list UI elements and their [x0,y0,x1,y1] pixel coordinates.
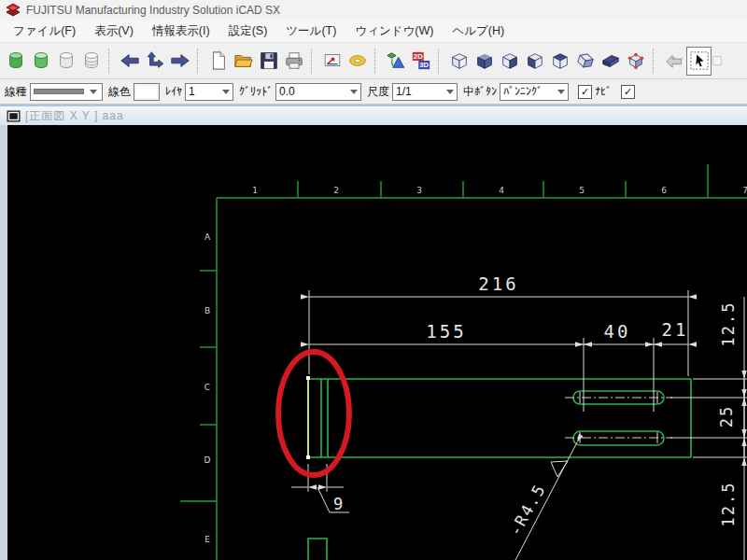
dim-bottom-right: 12.5 [719,482,738,527]
forward-button[interactable] [167,47,192,76]
dim-total-width: 216 [478,273,518,294]
cube-right-face-button[interactable] [497,47,522,76]
ruler-col-3: 3 [416,186,422,195]
clipped-checkbox[interactable]: ✓ [621,85,635,99]
document-tab-title: [正面図 X Y ] aaa [25,108,124,124]
cad-drawing[interactable]: 1 2 3 4 5 6 7 A B C D E [7,125,747,560]
printer-icon [284,50,304,71]
attribute-toolbar: 線種 線色 ﾚｲﾔ 1 ｸﾞﾘｯﾄﾞ 0.0 尺度 1/1 中ﾎﾞﾀﾝ ﾊﾟﾝﾆ… [0,79,747,105]
window-title: FUJITSU Manufacturing Industry Solution … [26,4,280,17]
ruler-col-5: 5 [579,186,585,195]
menu-bar: ファイル(F) 表示(V) 情報表示(I) 設定(S) ツール(T) ウィンドウ… [0,21,747,42]
document-tab-bar[interactable]: [正面図 X Y ] aaa [0,105,747,125]
left-arrow-icon [120,50,140,71]
ruler-col-1: 1 [252,186,258,195]
cube-top-face-button[interactable] [547,47,572,76]
scale-select[interactable]: 1/1 [392,83,458,101]
toolbar-separator [197,49,202,74]
navi-checkbox[interactable]: ✓ ﾅﾋﾞ [578,85,612,99]
cube-wireframe-icon [449,50,470,71]
window-titlebar: FUJITSU Manufacturing Industry Solution … [0,0,747,21]
new-file-icon [208,50,229,71]
cube-solid-button[interactable] [472,47,497,76]
middle-button-label: 中ﾎﾞﾀﾝ [463,84,497,100]
dim-top-right: 12.5 [719,301,738,347]
save-floppy-icon [259,50,279,71]
line-type-label: 線種 [5,84,27,100]
db-green-button[interactable] [3,47,28,76]
chevron-down-icon [90,90,97,94]
menu-help[interactable]: ヘルプ(H) [443,21,514,42]
plot-preview-button[interactable] [319,47,345,76]
extrude-button[interactable] [661,47,686,76]
mass-properties-button[interactable] [345,47,370,76]
main-toolbar: 2D 3D [0,42,747,79]
scale-label: 尺度 [367,84,389,100]
open-button[interactable] [231,47,256,76]
middle-button-select[interactable]: ﾊﾟﾝﾆﾝｸﾞ [500,83,569,101]
layer-label: ﾚｲﾔ [165,85,182,98]
menu-view[interactable]: 表示(V) [85,21,143,42]
menu-file[interactable]: ファイル(F) [4,21,85,42]
dimensions: 216 155 40 21 12.5 25 [291,273,747,560]
chevron-down-icon [446,90,454,94]
cube-solid-icon [474,50,495,71]
toggle-2d3d-button[interactable]: 2D 3D [408,47,433,76]
drawing-viewport[interactable]: 1 2 3 4 5 6 7 A B C D E [7,125,747,560]
new-file-button[interactable] [205,47,231,76]
badge-2d3d-icon: 2D 3D [411,50,431,71]
pan-button[interactable] [142,47,167,76]
selected-edge-highlight [306,376,310,459]
drawing-frame: 1 2 3 4 5 6 7 A B C D E [180,164,747,560]
print-button[interactable] [281,47,306,76]
menu-info-display[interactable]: 情報表示(I) [143,21,219,42]
dim-edge-width: 9 [333,495,345,513]
menu-window[interactable]: ウィンドウ(W) [345,21,443,42]
cube-slab-button[interactable] [598,47,623,76]
back-button[interactable] [117,47,142,76]
toolbar-separator [311,49,316,74]
part-geometry [308,379,691,560]
db-green2-button[interactable] [28,47,53,76]
clipped-toolbar-button[interactable] [712,47,723,76]
chevron-down-icon [557,90,565,94]
clipped-icon [712,50,722,71]
ruler-row-e: E [204,535,210,544]
dim-slot-pitch: 25 [717,405,736,427]
app-logo-icon [6,3,21,18]
ruler-row-c: C [204,383,210,392]
checkbox-check-icon: ✓ [578,85,592,99]
layer-select[interactable]: 1 [185,83,233,101]
cube-left-face-button[interactable] [522,47,547,76]
slot-centerlines [565,392,672,443]
menu-tools[interactable]: ツール(T) [276,21,345,42]
grid-value: 0.0 [279,85,346,98]
line-color-label: 線色 [108,84,131,100]
cube-wireframe-button[interactable] [446,47,472,76]
slab-icon [600,50,621,71]
toolbar-separator [108,49,113,74]
plot-preview-icon [322,50,343,71]
right-arrow-icon [170,50,190,71]
select-mode-button[interactable] [686,47,712,76]
cylinder-gray-icon [56,50,77,71]
chevron-down-icon [350,90,358,94]
toolbar-separator [438,49,443,74]
cube-vertex-button[interactable] [623,47,648,76]
line-color-swatch[interactable] [134,83,160,101]
menu-settings[interactable]: 設定(S) [219,21,277,42]
dim-slot-radius: -R4.5 [505,480,549,539]
grid-select[interactable]: 0.0 [275,83,361,101]
save-button[interactable] [256,47,281,76]
dim-right-offset: 21 [662,319,689,340]
cylinder-green2-icon [31,50,51,71]
cube-rotated-button[interactable] [572,47,598,76]
navi-label: ﾅﾋﾞ [595,85,612,98]
ruler-col-7: 7 [742,186,747,195]
scale-value: 1/1 [396,85,443,98]
convert-2d3d-button[interactable] [383,47,408,76]
db-gray-button[interactable] [53,47,78,76]
line-type-select[interactable] [30,83,103,101]
toolbar-separator [374,49,379,74]
db-archive-button[interactable] [78,47,104,76]
